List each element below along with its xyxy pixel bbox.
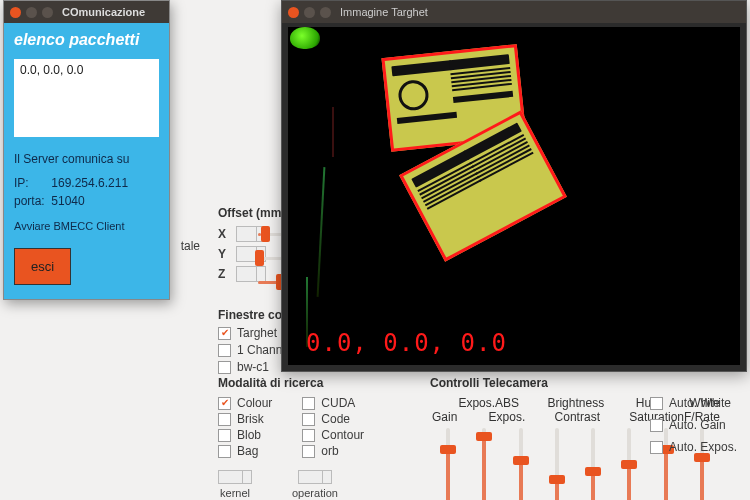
operation-label: operation: [292, 487, 338, 499]
left-label-tale: tale: [181, 239, 200, 253]
checkbox-icon: [650, 441, 663, 454]
mod-left-2[interactable]: Blob: [218, 428, 272, 442]
checkbox-icon: [218, 429, 231, 442]
mod-right-3-label: orb: [321, 444, 338, 458]
mod-left-1-label: Brisk: [237, 412, 264, 426]
comm-window-title: COmunicazione: [62, 6, 145, 18]
mod-left-3-label: Bag: [237, 444, 258, 458]
auto-check-1[interactable]: Auto. Gain: [650, 418, 740, 432]
finestre-item-2-label: bw-c1: [237, 360, 269, 374]
comm-titlebar[interactable]: COmunicazione: [4, 1, 169, 23]
image-canvas: 0.0, 0.0, 0.0: [288, 27, 740, 365]
cam-label-bot-4: Contrast: [555, 410, 600, 424]
checkbox-icon: [218, 413, 231, 426]
cam-label-bot-2: Expos.: [489, 410, 526, 424]
auto-check-0[interactable]: Auto. White: [650, 396, 740, 410]
server-line: Il Server comunica su: [14, 150, 159, 168]
checkbox-icon: [218, 344, 231, 357]
mod-right-3[interactable]: orb: [302, 444, 364, 458]
port-label: porta:: [14, 192, 48, 210]
cam-slider-5[interactable]: [611, 428, 647, 500]
green-blob-icon: [290, 27, 320, 49]
maximize-icon[interactable]: [42, 7, 53, 18]
cam-slider-0[interactable]: [430, 428, 466, 500]
cam-slider-3[interactable]: [539, 428, 575, 500]
artifact-streak: [332, 107, 334, 157]
mod-right-2[interactable]: Contour: [302, 428, 364, 442]
checkbox-icon: [302, 413, 315, 426]
auto-check-0-label: Auto. White: [669, 396, 731, 410]
image-window-title: Immagine Targhet: [340, 6, 428, 18]
ip-value: 169.254.6.211: [51, 176, 128, 190]
checkbox-icon: [302, 429, 315, 442]
minimize-icon[interactable]: [26, 7, 37, 18]
offset-title: Offset (mm: [218, 206, 290, 220]
close-icon[interactable]: [288, 7, 299, 18]
ip-label: IP:: [14, 174, 48, 192]
cam-label-top-2: [519, 396, 547, 410]
coords-overlay: 0.0, 0.0, 0.0: [306, 329, 507, 357]
mod-left-3[interactable]: Bag: [218, 444, 272, 458]
cam-label-bot-5: [600, 410, 629, 424]
offset-axis-y: Y: [218, 247, 230, 261]
finestre-item-0-label: Targhet: [237, 326, 277, 340]
cam-label-top-4: [604, 396, 632, 410]
mod-right-1[interactable]: Code: [302, 412, 364, 426]
mod-left-0[interactable]: Colour: [218, 396, 272, 410]
checkbox-icon: [650, 419, 663, 432]
cam-label-bot-3: [525, 410, 554, 424]
mod-left-1[interactable]: Brisk: [218, 412, 272, 426]
mod-right-0-label: CUDA: [321, 396, 355, 410]
artifact-streak: [317, 167, 326, 297]
cam-label-top-1: Expos.ABS: [458, 396, 519, 410]
checkbox-icon: [218, 327, 231, 340]
mod-right-1-label: Code: [321, 412, 350, 426]
kernel-label: kernel: [220, 487, 250, 499]
maximize-icon[interactable]: [320, 7, 331, 18]
checkbox-icon: [218, 445, 231, 458]
mod-left-2-label: Blob: [237, 428, 261, 442]
offset-axis-x: X: [218, 227, 230, 241]
checkbox-icon: [302, 397, 315, 410]
cam-label-top-3: Brightness: [547, 396, 604, 410]
port-value: 51040: [51, 194, 84, 208]
comm-header: elenco pacchetti: [14, 31, 159, 49]
mod-right-2-label: Contour: [321, 428, 364, 442]
image-window: Immagine Targhet 0.0, 0.0, 0.0: [281, 0, 747, 372]
cam-label-bot-0: Gain: [430, 410, 459, 424]
mod-left-0-label: Colour: [237, 396, 272, 410]
exit-button[interactable]: esci: [14, 248, 71, 285]
start-client-link[interactable]: Avviare BMECC Client: [14, 220, 159, 232]
cam-slider-2[interactable]: [503, 428, 539, 500]
checkbox-icon: [218, 397, 231, 410]
packet-list-box[interactable]: [14, 59, 159, 137]
kernel-value[interactable]: [218, 470, 252, 484]
auto-check-2[interactable]: Auto. Expos.: [650, 440, 740, 454]
close-icon[interactable]: [10, 7, 21, 18]
cam-label-bot-1: [459, 410, 488, 424]
cam-label-top-0: [430, 396, 458, 410]
checkbox-icon: [218, 361, 231, 374]
cam-slider-4[interactable]: [575, 428, 611, 500]
cam-slider-1[interactable]: [466, 428, 502, 500]
modalita-title: Modalità di ricerca: [218, 376, 418, 390]
checkbox-icon: [302, 445, 315, 458]
auto-check-2-label: Auto. Expos.: [669, 440, 737, 454]
minimize-icon[interactable]: [304, 7, 315, 18]
mod-right-0[interactable]: CUDA: [302, 396, 364, 410]
operation-value[interactable]: [298, 470, 332, 484]
auto-check-1-label: Auto. Gain: [669, 418, 726, 432]
image-titlebar[interactable]: Immagine Targhet: [282, 1, 746, 23]
checkbox-icon: [650, 397, 663, 410]
comm-window: COmunicazione elenco pacchetti Il Server…: [3, 0, 170, 300]
offset-axis-z: Z: [218, 267, 230, 281]
